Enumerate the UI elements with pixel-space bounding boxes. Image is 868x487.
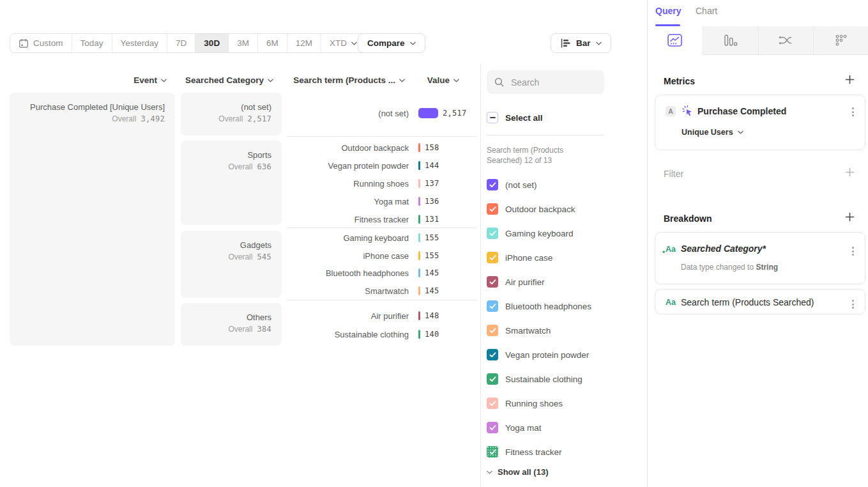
select-all-checkbox[interactable]: Select all bbox=[487, 112, 543, 123]
modified-asterisk-icon: * bbox=[662, 249, 665, 257]
filter-item[interactable]: Gaming keyboard bbox=[487, 221, 614, 245]
filter-item[interactable]: Smartwatch bbox=[487, 318, 614, 343]
insights-icon bbox=[667, 34, 682, 47]
query-sidebar: Query Chart bbox=[647, 0, 868, 487]
table-row-term: Fitness tracker bbox=[287, 210, 409, 228]
table-row-value: 148 bbox=[418, 307, 439, 325]
bar-chart-icon bbox=[560, 38, 571, 49]
group-divider bbox=[287, 300, 476, 300]
calendar-icon bbox=[19, 38, 29, 49]
tab-query[interactable]: Query bbox=[655, 6, 681, 16]
breakdown-property-name: Search term (Products Searched) bbox=[681, 297, 814, 307]
column-header-searched-category[interactable]: Searched Category bbox=[181, 75, 273, 86]
event-overall: Overall3,492 bbox=[20, 114, 165, 123]
compare-button[interactable]: Compare bbox=[358, 33, 425, 53]
flows-icon bbox=[779, 35, 793, 46]
date-range-group: Custom Today Yesterday 7D 30D 3M 6M 12M … bbox=[10, 33, 366, 53]
breakdown-options-kebab-icon[interactable] bbox=[851, 245, 855, 257]
date-range-today[interactable]: Today bbox=[72, 34, 112, 52]
add-filter-button[interactable] bbox=[845, 167, 855, 177]
chevron-down-icon bbox=[487, 470, 492, 474]
date-range-yesterday[interactable]: Yesterday bbox=[112, 34, 168, 52]
value-bar bbox=[418, 286, 420, 295]
value-bar bbox=[418, 330, 420, 339]
table-row-value: 158 bbox=[418, 139, 439, 157]
breakdown-card[interactable]: Aa* Searched Category* Data type changed… bbox=[655, 232, 865, 284]
table-row-value: 2,517 bbox=[418, 104, 467, 122]
table-row-value: 140 bbox=[418, 325, 439, 343]
table-row-term: Running shoes bbox=[287, 174, 409, 192]
column-header-event[interactable]: Event bbox=[10, 75, 167, 86]
indeterminate-checkbox-icon bbox=[487, 112, 498, 123]
checked-checkbox-icon bbox=[487, 276, 498, 288]
filter-list-label: Search term (Products Searched) 12 of 13 bbox=[487, 145, 600, 166]
value-bar bbox=[418, 215, 420, 224]
tab-chart[interactable]: Chart bbox=[696, 6, 717, 16]
tab-insights-active[interactable] bbox=[648, 26, 703, 55]
checked-checkbox-icon bbox=[487, 373, 498, 385]
table-row-term: iPhone case bbox=[287, 247, 409, 265]
checked-checkbox-icon bbox=[487, 228, 498, 239]
checked-checkbox-icon bbox=[487, 422, 498, 433]
checked-checkbox-patterned-icon bbox=[487, 446, 498, 458]
metric-card[interactable]: A Purchase Completed Unique Users bbox=[655, 95, 865, 150]
date-range-30d-selected[interactable]: 30D bbox=[195, 34, 229, 52]
chevron-down-icon bbox=[399, 79, 405, 82]
table-row-value: 155 bbox=[418, 247, 439, 265]
tab-flows[interactable] bbox=[759, 26, 814, 55]
filter-item[interactable]: Outdoor backpack bbox=[487, 197, 614, 221]
category-cell: Others Overall384 bbox=[181, 303, 282, 346]
table-row-term: Yoga mat bbox=[287, 192, 409, 210]
add-metric-button[interactable] bbox=[845, 75, 855, 84]
search-input[interactable] bbox=[510, 77, 597, 88]
group-divider bbox=[287, 136, 476, 137]
value-bar bbox=[418, 197, 420, 206]
checked-checkbox-icon bbox=[487, 203, 498, 215]
breakdown-card[interactable]: Aa Search term (Products Searched) bbox=[655, 289, 865, 314]
category-cell: (not set) Overall2,517 bbox=[181, 93, 282, 135]
chart-type-button[interactable]: Bar bbox=[551, 33, 611, 53]
filter-item[interactable]: (not set) bbox=[487, 173, 614, 197]
filter-section-title: Filter bbox=[664, 169, 683, 179]
search-box bbox=[487, 70, 604, 94]
tab-funnels[interactable] bbox=[703, 26, 759, 55]
value-bar bbox=[418, 268, 420, 277]
filter-item[interactable]: iPhone case bbox=[487, 245, 614, 270]
filter-item[interactable]: Sustainable clothing bbox=[487, 367, 614, 391]
date-range-7d[interactable]: 7D bbox=[167, 34, 195, 52]
filter-item[interactable]: Air purifier bbox=[487, 270, 614, 294]
add-breakdown-button[interactable] bbox=[845, 212, 855, 222]
measure-dropdown[interactable]: Unique Users bbox=[681, 128, 743, 137]
chevron-down-icon bbox=[453, 79, 459, 82]
column-header-value[interactable]: Value bbox=[418, 75, 459, 86]
string-property-icon: Aa bbox=[666, 298, 676, 307]
tab-retention[interactable] bbox=[814, 26, 868, 55]
chevron-down-icon bbox=[161, 79, 167, 82]
metric-name: Purchase Completed bbox=[697, 106, 786, 116]
value-bar bbox=[418, 233, 420, 242]
show-all-button[interactable]: Show all (13) bbox=[487, 467, 548, 477]
chevron-down-icon bbox=[410, 42, 416, 45]
retention-icon bbox=[835, 34, 848, 47]
app-window: Custom Today Yesterday 7D 30D 3M 6M 12M … bbox=[0, 0, 868, 487]
table-row-term: Sustainable clothing bbox=[287, 325, 409, 343]
table-row-term: Bluetooth headphones bbox=[287, 264, 409, 282]
category-cell: Gadgets Overall545 bbox=[181, 231, 282, 298]
date-range-12m[interactable]: 12M bbox=[287, 34, 321, 52]
column-header-search-term[interactable]: Search term (Products ... bbox=[287, 75, 405, 86]
date-range-custom[interactable]: Custom bbox=[10, 34, 72, 52]
chevron-down-icon bbox=[596, 42, 602, 45]
metric-options-kebab-icon[interactable] bbox=[851, 106, 855, 118]
table-row-term: Air purifier bbox=[287, 307, 409, 325]
breakdown-options-kebab-icon[interactable] bbox=[851, 298, 855, 310]
breakdown-note: Data type changed to String bbox=[681, 263, 778, 272]
date-range-6m[interactable]: 6M bbox=[258, 34, 287, 52]
filter-item[interactable]: Vegan protein powder bbox=[487, 343, 614, 367]
date-range-3m[interactable]: 3M bbox=[229, 34, 258, 52]
filter-item[interactable]: Fitness tracker bbox=[487, 440, 614, 464]
filter-item[interactable]: Running shoes bbox=[487, 391, 614, 415]
filter-divider bbox=[487, 135, 604, 135]
checked-checkbox-icon bbox=[487, 252, 498, 263]
filter-item[interactable]: Yoga mat bbox=[487, 415, 614, 440]
filter-item[interactable]: Bluetooth headphones bbox=[487, 294, 614, 318]
